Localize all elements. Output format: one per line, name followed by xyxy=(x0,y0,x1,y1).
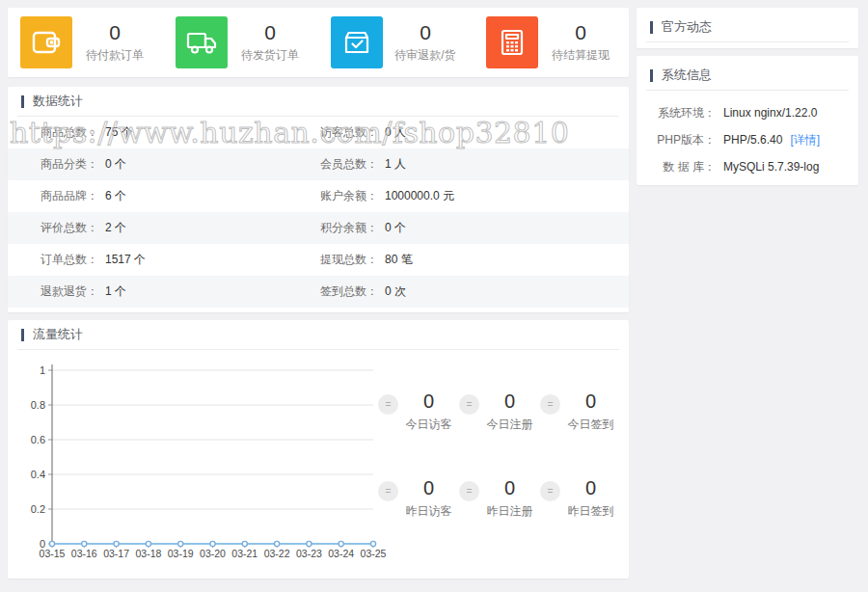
stat-value: 75 个 xyxy=(105,124,133,141)
yesterday-visitors-label: 昨日访客 xyxy=(398,503,459,520)
equals-circle-icon: = xyxy=(540,481,560,501)
yesterday-registrations-label: 昨日注册 xyxy=(479,503,540,520)
summary-pending-shipment[interactable]: 0 待发货订单 xyxy=(163,8,318,77)
equals-circle-icon: = xyxy=(378,394,398,415)
official-news-title-row: 官方动态 xyxy=(637,13,858,41)
yesterday-checkins-stat: = 0 昨日签到 xyxy=(540,476,621,520)
equals-circle-icon: = xyxy=(540,394,560,415)
svg-text:0.6: 0.6 xyxy=(31,434,45,445)
official-news-panel: 官方动态 xyxy=(637,8,858,48)
svg-text:0.4: 0.4 xyxy=(31,469,45,480)
stat-label: 商品总数： xyxy=(41,124,98,141)
stat-label: 商品品牌： xyxy=(41,188,98,204)
data-statistics-title-row: 数据统计 xyxy=(8,87,629,116)
official-news-title: 官方动态 xyxy=(662,18,712,36)
php-detail-link[interactable]: [详情] xyxy=(790,132,820,148)
divider xyxy=(646,41,849,42)
calculator-icon xyxy=(486,16,538,68)
wallet-icon xyxy=(20,16,72,68)
database-row: 数 据 库： MySQLi 5.7.39-log xyxy=(637,153,858,180)
stat-label: 退款退货： xyxy=(41,283,98,300)
stat-value: 1517 个 xyxy=(105,252,146,268)
stat-label: 订单总数： xyxy=(41,252,98,268)
yesterday-visitors-stat: = 0 昨日访客 xyxy=(378,476,459,520)
title-marker-bar xyxy=(21,329,24,341)
pending-shipment-count: 0 xyxy=(228,21,312,44)
title-marker-bar xyxy=(650,69,653,82)
php-version-row: PHP版本： PHP/5.6.40 [详情] xyxy=(637,126,858,153)
pending-settlement-label: 待结算提现 xyxy=(538,47,623,64)
svg-text:03-18: 03-18 xyxy=(135,548,161,559)
traffic-statistics-panel: 流量统计 00.20.40.60.8103-1503-1603-1703-180… xyxy=(8,320,629,579)
svg-text:03-21: 03-21 xyxy=(231,548,258,559)
stats-row-6: 退款退货：1 个 签到总数：0 次 xyxy=(8,276,629,308)
stat-value: 0 人 xyxy=(385,124,406,141)
stat-label: 积分余额： xyxy=(320,220,378,236)
stat-label: 提现总数： xyxy=(320,252,378,268)
stat-value: 80 笔 xyxy=(385,252,413,268)
svg-text:03-16: 03-16 xyxy=(71,548,97,559)
svg-text:0.8: 0.8 xyxy=(31,399,45,411)
yesterday-registrations-stat: = 0 昨日注册 xyxy=(459,476,540,520)
php-version-value: PHP/5.6.40 xyxy=(723,133,782,147)
stats-row-4: 评价总数：2 个 积分余额：0 个 xyxy=(8,212,629,244)
stat-value: 0 个 xyxy=(105,156,126,173)
divider xyxy=(17,349,619,350)
pending-settlement-count: 0 xyxy=(538,21,623,44)
summary-pending-refund[interactable]: 0 待审退款/货 xyxy=(318,8,474,77)
pending-payment-count: 0 xyxy=(72,21,157,44)
database-value: MySQLi 5.7.39-log xyxy=(723,160,819,174)
divider xyxy=(646,90,849,91)
pending-shipment-label: 待发货订单 xyxy=(228,47,312,64)
traffic-title-row: 流量统计 xyxy=(8,320,629,349)
stat-label: 商品分类： xyxy=(41,156,98,173)
title-marker-bar xyxy=(21,95,24,108)
system-env-value: Linux nginx/1.22.0 xyxy=(723,106,817,120)
svg-text:03-23: 03-23 xyxy=(296,548,322,559)
system-env-label: 系统环境： xyxy=(637,105,716,121)
system-info-title-row: 系统信息 xyxy=(637,61,858,90)
yesterday-checkins-label: 昨日签到 xyxy=(560,503,621,520)
equals-circle-icon: = xyxy=(378,481,398,501)
yesterday-visitors-value: 0 xyxy=(398,476,459,499)
svg-text:0.2: 0.2 xyxy=(31,503,45,515)
traffic-line-chart: 00.20.40.60.8103-1503-1603-1703-1803-190… xyxy=(12,359,401,571)
summary-pending-settlement[interactable]: 0 待结算提现 xyxy=(474,8,629,77)
today-stats-row: = 0 今日访客 = 0 今日注册 = 0 今日签到 xyxy=(378,390,621,433)
stat-label: 访客总数： xyxy=(320,124,378,141)
traffic-quick-stats: = 0 今日访客 = 0 今日注册 = 0 今日签到 xyxy=(378,390,621,563)
svg-text:03-22: 03-22 xyxy=(264,548,290,559)
stat-value: 1000000.0 元 xyxy=(385,188,454,204)
today-visitors-label: 今日访客 xyxy=(398,417,459,433)
stat-value: 2 个 xyxy=(105,220,126,236)
today-checkins-value: 0 xyxy=(560,390,621,413)
stats-row-3: 商品品牌：6 个 账户余额：1000000.0 元 xyxy=(8,180,629,212)
yesterday-registrations-value: 0 xyxy=(479,476,540,499)
stats-row-5: 订单总数：1517 个 提现总数：80 笔 xyxy=(8,244,629,276)
today-checkins-label: 今日签到 xyxy=(560,417,621,433)
stat-label: 评价总数： xyxy=(41,220,98,236)
system-info-panel: 系统信息 系统环境： Linux nginx/1.22.0 PHP版本： PHP… xyxy=(637,56,858,185)
stat-value: 6 个 xyxy=(105,188,126,204)
today-registrations-value: 0 xyxy=(479,390,540,413)
svg-text:03-24: 03-24 xyxy=(328,548,354,559)
today-visitors-stat: = 0 今日访客 xyxy=(378,390,459,433)
svg-text:03-20: 03-20 xyxy=(200,548,226,559)
equals-circle-icon: = xyxy=(459,481,479,501)
stats-row-2: 商品分类：0 个 会员总数：1 人 xyxy=(8,148,629,180)
today-registrations-stat: = 0 今日注册 xyxy=(459,390,540,433)
data-statistics-title: 数据统计 xyxy=(33,93,83,110)
svg-text:03-17: 03-17 xyxy=(103,548,129,559)
pending-payment-label: 待付款订单 xyxy=(72,47,157,64)
traffic-title: 流量统计 xyxy=(33,326,83,343)
stat-value: 1 个 xyxy=(105,283,126,300)
data-statistics-rows: 商品总数：75 个 访客总数：0 人 商品分类：0 个 会员总数：1 人 商品品… xyxy=(8,117,629,308)
today-checkins-stat: = 0 今日签到 xyxy=(540,390,621,433)
yesterday-stats-row: = 0 昨日访客 = 0 昨日注册 = 0 昨日签到 xyxy=(378,476,621,520)
stat-value: 1 人 xyxy=(385,156,406,173)
summary-pending-payment[interactable]: 0 待付款订单 xyxy=(8,8,163,77)
truck-icon xyxy=(176,16,228,68)
svg-text:1: 1 xyxy=(40,364,45,376)
today-visitors-value: 0 xyxy=(398,390,459,413)
stats-row-1: 商品总数：75 个 访客总数：0 人 xyxy=(8,117,629,148)
